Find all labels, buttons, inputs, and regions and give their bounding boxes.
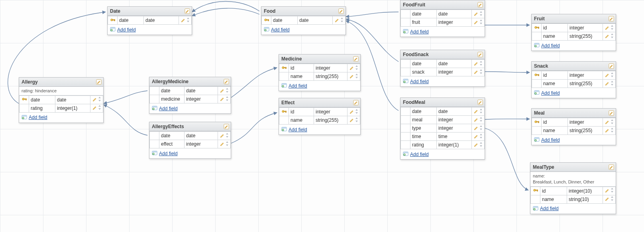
add-field-link[interactable]: Add field xyxy=(532,41,616,51)
field-controls[interactable] xyxy=(179,16,192,25)
table-row[interactable]: datedate xyxy=(401,10,485,18)
field-controls[interactable] xyxy=(472,68,485,76)
edit-icon[interactable] xyxy=(477,52,483,57)
pencil-icon[interactable] xyxy=(474,134,479,140)
pencil-icon[interactable] xyxy=(349,74,354,80)
pencil-icon[interactable] xyxy=(474,125,479,131)
field-controls[interactable] xyxy=(603,118,616,127)
sort-icon[interactable] xyxy=(611,128,614,134)
field-controls[interactable] xyxy=(333,16,346,25)
entity-title[interactable]: AllergyMedicine xyxy=(149,77,231,86)
sort-icon[interactable] xyxy=(611,25,614,31)
entity-title[interactable]: Snack xyxy=(532,62,616,71)
sort-icon[interactable] xyxy=(611,119,614,125)
field-controls[interactable] xyxy=(472,10,485,18)
edit-icon[interactable] xyxy=(477,2,483,8)
add-field-link[interactable]: Add field xyxy=(149,103,231,113)
table-row[interactable]: fruitinteger xyxy=(401,18,485,27)
add-field-link[interactable]: Add field xyxy=(401,149,485,159)
field-controls[interactable] xyxy=(472,133,485,141)
entity-title[interactable]: MealType xyxy=(530,163,616,172)
pencil-icon[interactable] xyxy=(605,81,610,87)
field-controls[interactable] xyxy=(472,18,485,27)
field-controls[interactable] xyxy=(348,72,360,81)
field-controls[interactable] xyxy=(218,95,231,103)
edit-icon[interactable] xyxy=(609,110,614,116)
pencil-icon[interactable] xyxy=(474,69,479,75)
pencil-icon[interactable] xyxy=(605,72,610,78)
table-row[interactable]: namestring(255) xyxy=(279,72,360,81)
field-controls[interactable] xyxy=(472,60,485,68)
table-row[interactable]: namestring(255) xyxy=(532,80,616,88)
add-field-link[interactable]: Add field xyxy=(401,27,485,37)
edit-icon[interactable] xyxy=(353,56,359,62)
field-controls[interactable] xyxy=(90,104,103,112)
table-row[interactable]: datedate xyxy=(401,60,485,68)
field-controls[interactable] xyxy=(603,71,616,80)
table-row[interactable]: namestring(255) xyxy=(532,127,616,135)
pencil-icon[interactable] xyxy=(220,133,225,139)
table-row[interactable]: datedate xyxy=(20,96,103,104)
entity-title[interactable]: Medicine xyxy=(279,55,360,64)
sort-icon[interactable] xyxy=(611,72,614,78)
field-controls[interactable] xyxy=(218,87,231,95)
edit-icon[interactable] xyxy=(224,79,229,84)
field-controls[interactable] xyxy=(472,107,485,116)
entity-title[interactable]: Food xyxy=(261,7,346,16)
sort-icon[interactable] xyxy=(611,81,614,87)
entity-food[interactable]: FooddatedateAdd field xyxy=(261,6,346,35)
table-row[interactable]: effectinteger xyxy=(150,140,231,148)
table-row[interactable]: datedate xyxy=(150,132,231,140)
sort-icon[interactable] xyxy=(98,105,101,111)
add-field-link[interactable]: Add field xyxy=(261,25,346,35)
add-field-link[interactable]: Add field xyxy=(279,81,360,91)
pencil-icon[interactable] xyxy=(349,65,354,71)
field-controls[interactable] xyxy=(90,96,103,104)
field-controls[interactable] xyxy=(603,195,616,203)
pencil-icon[interactable] xyxy=(605,33,610,39)
table-row[interactable]: mealinteger xyxy=(401,116,485,124)
table-row[interactable]: idinteger xyxy=(532,118,616,127)
entity-date[interactable]: DatedatedateAdd field xyxy=(107,6,192,35)
entity-allergyeffects[interactable]: AllergyEffectsdatedateeffectintegerAdd f… xyxy=(149,122,231,159)
sort-icon[interactable] xyxy=(226,88,229,94)
pencil-icon[interactable] xyxy=(349,109,354,115)
field-controls[interactable] xyxy=(348,64,360,72)
sort-icon[interactable] xyxy=(340,18,344,23)
table-row[interactable]: ratinginteger(1) xyxy=(401,141,485,149)
table-row[interactable]: datedate xyxy=(262,16,346,25)
pencil-icon[interactable] xyxy=(474,142,479,148)
field-controls[interactable] xyxy=(348,116,360,125)
table-row[interactable]: typeinteger xyxy=(401,124,485,133)
field-controls[interactable] xyxy=(603,127,616,135)
entity-title[interactable]: Date xyxy=(108,7,192,16)
field-controls[interactable] xyxy=(472,141,485,149)
pencil-icon[interactable] xyxy=(349,117,354,123)
entity-snack[interactable]: Snackidintegernamestring(255)Add field xyxy=(531,61,616,98)
pencil-icon[interactable] xyxy=(474,61,479,67)
entity-foodfruit[interactable]: FoodFruitdatedatefruitintegerAdd field xyxy=(400,0,485,37)
entity-medicine[interactable]: Medicineidintegernamestring(255)Add fiel… xyxy=(279,54,361,91)
pencil-icon[interactable] xyxy=(605,128,610,134)
sort-icon[interactable] xyxy=(355,109,358,115)
pencil-icon[interactable] xyxy=(220,141,225,147)
add-field-link[interactable]: Add field xyxy=(19,113,103,123)
add-field-link[interactable]: Add field xyxy=(532,88,616,98)
field-controls[interactable] xyxy=(348,108,360,116)
entity-title[interactable]: FoodSnack xyxy=(401,50,485,59)
table-row[interactable]: idinteger xyxy=(279,108,360,116)
entity-title[interactable]: Meal xyxy=(532,109,616,118)
pencil-icon[interactable] xyxy=(605,119,610,125)
pencil-icon[interactable] xyxy=(474,11,479,17)
sort-icon[interactable] xyxy=(479,142,483,148)
entity-foodmeal[interactable]: FoodMealdatedatemealintegertypeintegerti… xyxy=(400,97,485,160)
entity-foodsnack[interactable]: FoodSnackdatedatesnackintegerAdd field xyxy=(400,50,485,87)
sort-icon[interactable] xyxy=(226,96,229,102)
entity-mealtype[interactable]: MealTypename: Breakfast, Lunch, Dinner, … xyxy=(530,162,616,214)
sort-icon[interactable] xyxy=(479,19,483,25)
table-row[interactable]: namestring(10) xyxy=(531,195,616,203)
entity-effect[interactable]: Effectidintegernamestring(255)Add field xyxy=(279,98,361,135)
field-controls[interactable] xyxy=(603,32,616,41)
table-row[interactable]: idinteger(10) xyxy=(531,187,616,195)
table-row[interactable]: timetime xyxy=(401,133,485,141)
